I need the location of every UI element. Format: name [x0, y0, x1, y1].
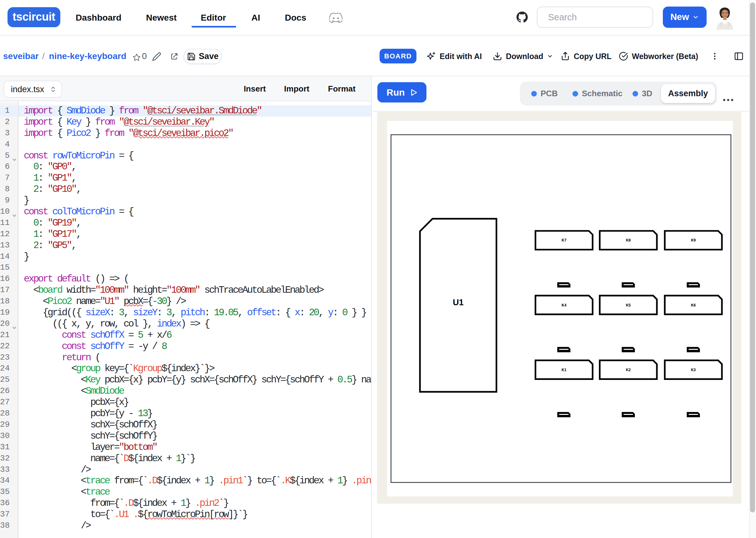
svg-text:K1: K1	[561, 368, 566, 372]
svg-text:K7: K7	[561, 239, 566, 243]
svg-text:K6: K6	[691, 303, 696, 307]
svg-text:K8: K8	[626, 239, 631, 243]
svg-text:K5: K5	[626, 303, 631, 307]
svg-text:K3: K3	[691, 368, 696, 372]
svg-text:K9: K9	[691, 239, 696, 243]
svg-text:U1: U1	[453, 298, 464, 307]
svg-text:K2: K2	[626, 368, 631, 372]
svg-text:K4: K4	[561, 303, 566, 307]
